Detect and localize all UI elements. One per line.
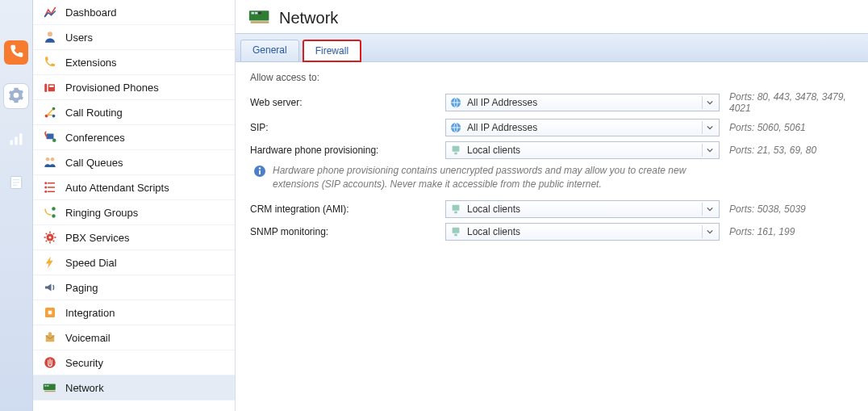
sidebar-item-ringing-groups[interactable]: Ringing Groups bbox=[33, 200, 235, 225]
sidebar-item-auto-attendant[interactable]: Auto Attendant Scripts bbox=[33, 175, 235, 200]
sidebar-item-extensions[interactable]: Extensions bbox=[33, 50, 235, 75]
select-web-server[interactable]: All IP Addresses bbox=[445, 94, 720, 111]
svg-rect-44 bbox=[259, 170, 261, 174]
svg-point-17 bbox=[51, 157, 55, 161]
sidebar-item-conferences[interactable]: Conferences bbox=[33, 125, 235, 150]
field-label: CRM integration (AMI): bbox=[250, 203, 436, 215]
sidebar-item-call-queues[interactable]: Call Queues bbox=[33, 150, 235, 175]
left-rail bbox=[0, 0, 33, 411]
svg-rect-8 bbox=[44, 84, 47, 93]
sidebar-item-network[interactable]: Network bbox=[33, 375, 235, 401]
row-snmp-monitoring: SNMP monitoring: Local clients Ports: 16… bbox=[250, 223, 853, 241]
row-sip: SIP: All IP Addresses Ports: 5060, 5061 bbox=[250, 119, 853, 136]
svg-rect-0 bbox=[10, 140, 13, 145]
row-hardware-provisioning: Hardware phone provisioning: Local clien… bbox=[250, 141, 853, 159]
select-value: Local clients bbox=[467, 203, 520, 215]
sidebar-item-label: Integration bbox=[65, 307, 115, 319]
svg-rect-30 bbox=[44, 384, 56, 391]
sidebar-item-label: Call Queues bbox=[65, 157, 123, 169]
svg-rect-1 bbox=[15, 136, 17, 145]
sidebar-item-label: Conferences bbox=[65, 132, 125, 144]
rail-stats[interactable] bbox=[4, 128, 28, 152]
sidebar-item-label: Dashboard bbox=[65, 6, 117, 19]
page-header: Network bbox=[236, 0, 868, 33]
select-snmp-monitoring[interactable]: Local clients bbox=[445, 223, 720, 241]
sidebar-item-speed-dial[interactable]: Speed Dial bbox=[33, 250, 235, 275]
nic-icon bbox=[248, 8, 271, 28]
sidebar-item-voicemail[interactable]: Voicemail bbox=[33, 325, 235, 350]
select-hardware-provisioning[interactable]: Local clients bbox=[445, 141, 720, 159]
sidebar-item-label: Voicemail bbox=[65, 332, 111, 344]
local-icon bbox=[449, 225, 462, 238]
chevron-down-icon bbox=[702, 121, 717, 134]
chevron-down-icon bbox=[702, 144, 717, 157]
svg-rect-26 bbox=[48, 311, 52, 315]
svg-rect-9 bbox=[48, 84, 55, 91]
chevron-down-icon bbox=[702, 225, 717, 238]
info-note: Hardware phone provisioning contains une… bbox=[253, 164, 853, 192]
field-label: Hardware phone provisioning: bbox=[250, 145, 436, 156]
svg-point-19 bbox=[44, 187, 47, 189]
svg-rect-14 bbox=[47, 134, 54, 140]
ports-text: Ports: 21, 53, 69, 80 bbox=[729, 145, 816, 156]
tabbar: General Firewall bbox=[236, 33, 868, 62]
local-icon bbox=[449, 144, 462, 157]
ports-text: Ports: 5038, 5039 bbox=[729, 203, 806, 215]
svg-rect-28 bbox=[48, 332, 52, 336]
svg-point-24 bbox=[49, 237, 52, 239]
local-icon bbox=[449, 203, 462, 216]
voicemail-icon bbox=[43, 330, 57, 345]
tab-label: General bbox=[252, 44, 287, 56]
sidebar-item-pbx-services[interactable]: PBX Services bbox=[33, 225, 235, 250]
conference-icon bbox=[43, 130, 57, 145]
tab-firewall[interactable]: Firewall bbox=[303, 40, 361, 62]
select-value: Local clients bbox=[467, 145, 520, 156]
rail-phone[interactable] bbox=[4, 40, 28, 65]
field-label: SNMP monitoring: bbox=[250, 226, 436, 237]
info-text: Hardware phone provisioning contains une… bbox=[273, 164, 724, 192]
bolt-icon bbox=[43, 255, 57, 270]
page-title: Network bbox=[279, 9, 338, 27]
speaker-icon bbox=[43, 280, 57, 295]
sidebar-item-provisioned-phones[interactable]: Provisioned Phones bbox=[33, 75, 235, 100]
ports-text: Ports: 5060, 5061 bbox=[729, 122, 806, 133]
rail-settings[interactable] bbox=[4, 84, 28, 108]
note-icon bbox=[8, 174, 24, 193]
sidebar-item-label: PBX Services bbox=[65, 232, 129, 244]
dashboard-icon bbox=[43, 5, 57, 19]
sidebar: Dashboard Users Extensions Provisioned P… bbox=[33, 0, 236, 411]
globe-icon bbox=[449, 96, 462, 109]
chevron-down-icon bbox=[702, 96, 717, 109]
chevron-down-icon bbox=[702, 203, 717, 216]
sidebar-item-users[interactable]: Users bbox=[33, 25, 235, 50]
rail-notes[interactable] bbox=[4, 171, 28, 195]
sidebar-item-call-routing[interactable]: Call Routing bbox=[33, 100, 235, 125]
sidebar-item-label: Speed Dial bbox=[65, 257, 117, 269]
sidebar-item-dashboard[interactable]: Dashboard bbox=[33, 0, 235, 25]
svg-rect-47 bbox=[454, 211, 457, 213]
svg-rect-32 bbox=[47, 385, 48, 387]
svg-rect-37 bbox=[258, 12, 261, 15]
sidebar-item-label: Auto Attendant Scripts bbox=[65, 182, 169, 194]
svg-point-18 bbox=[44, 182, 47, 184]
select-value: All IP Addresses bbox=[467, 97, 537, 108]
sidebar-item-label: Ringing Groups bbox=[65, 207, 138, 219]
bars-icon bbox=[8, 131, 24, 149]
tab-label: Firewall bbox=[315, 45, 348, 57]
sidebar-item-label: Security bbox=[65, 357, 103, 369]
globe-icon bbox=[449, 121, 462, 134]
svg-point-16 bbox=[46, 157, 50, 161]
user-icon bbox=[43, 30, 57, 44]
phone-icon bbox=[8, 44, 24, 62]
svg-rect-41 bbox=[453, 146, 460, 152]
sidebar-item-security[interactable]: Security bbox=[33, 350, 235, 375]
sidebar-item-paging[interactable]: Paging bbox=[33, 275, 235, 300]
select-sip[interactable]: All IP Addresses bbox=[445, 119, 720, 136]
hand-stop-icon bbox=[43, 355, 57, 370]
sidebar-item-integration[interactable]: Integration bbox=[33, 300, 235, 325]
tab-general[interactable]: General bbox=[240, 40, 299, 62]
svg-rect-2 bbox=[19, 133, 22, 145]
handset-icon bbox=[43, 55, 57, 69]
select-crm-integration[interactable]: Local clients bbox=[445, 200, 720, 218]
script-icon bbox=[43, 180, 57, 195]
